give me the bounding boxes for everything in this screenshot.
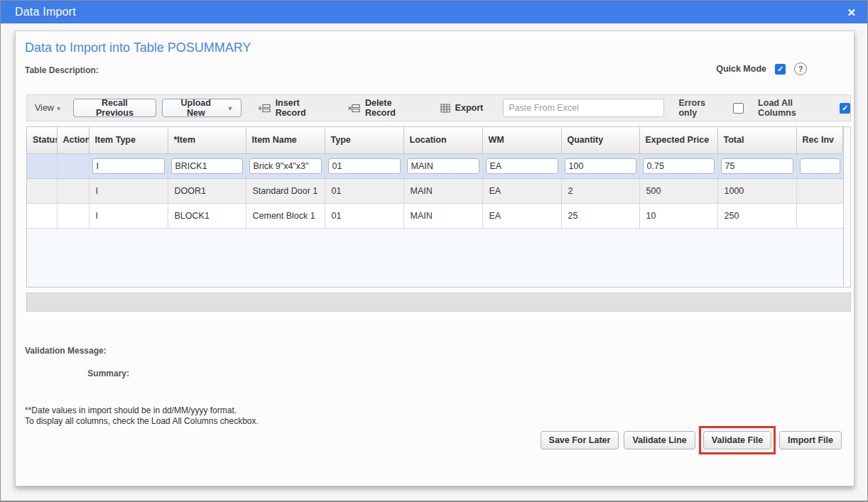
col-header-status[interactable]: Status: [27, 127, 57, 153]
insert-record-icon: [259, 104, 271, 113]
expected-price-field[interactable]: [643, 158, 715, 174]
footnote-date-format: **Date values in import should be in dd/…: [25, 405, 259, 416]
table-row-selected[interactable]: [27, 153, 843, 178]
load-all-columns-group: Load All Columns ✓: [758, 98, 850, 118]
delete-record-label: Delete Record: [365, 98, 423, 118]
dialog-title: Data Import: [15, 6, 76, 18]
load-all-columns-label: Load All Columns: [758, 98, 831, 118]
quick-mode-checkbox[interactable]: ✓: [775, 64, 786, 75]
col-header-item[interactable]: *Item: [168, 127, 246, 153]
table-description-label: Table Description:: [25, 65, 99, 75]
close-icon[interactable]: ✕: [847, 7, 856, 18]
footnotes: **Date values in import should be in dd/…: [25, 405, 259, 427]
cell-action: [57, 178, 89, 203]
quick-mode-label: Quick Mode: [716, 64, 766, 74]
col-header-rec-inv[interactable]: Rec Inv: [796, 127, 843, 153]
col-header-type[interactable]: Type: [325, 127, 403, 153]
errors-only-checkbox[interactable]: [733, 103, 744, 114]
rec-inv-field[interactable]: [800, 158, 840, 174]
delete-record-icon: [348, 104, 360, 113]
import-file-button[interactable]: Import File: [779, 431, 842, 449]
col-header-action[interactable]: Action: [57, 127, 89, 153]
cell-item-name: Standard Door 1: [246, 178, 325, 203]
data-grid: Status Action Item Type *Item Item Name …: [26, 126, 851, 288]
cell-total: 250: [717, 203, 796, 228]
cell-quantity: 2: [561, 178, 639, 203]
chevron-down-icon[interactable]: ▾: [57, 104, 60, 112]
cell-item: BLOCK1: [168, 203, 246, 228]
cell-status: [27, 153, 57, 178]
table-row[interactable]: I DOOR1 Standard Door 1 01 MAIN EA 2 500…: [27, 178, 843, 203]
table-row[interactable]: I BLOCK1 Cement Block 1 01 MAIN EA 25 10…: [27, 203, 843, 228]
export-label: Export: [455, 103, 484, 113]
recall-previous-button[interactable]: Recall Previous: [73, 99, 156, 117]
cell-action: [57, 153, 89, 178]
page-title: Data to Import into Table POSUMMARY: [25, 40, 251, 55]
cell-expected-price: 500: [639, 178, 717, 203]
errors-only-group: Errors only: [678, 98, 744, 118]
col-header-total[interactable]: Total: [717, 127, 796, 153]
save-for-later-button[interactable]: Save For Later: [541, 431, 619, 449]
cell-total: 1000: [717, 178, 796, 203]
cell-location: MAIN: [403, 178, 482, 203]
insert-record-label: Insert Record: [276, 98, 331, 118]
validation-message-label: Validation Message:: [25, 346, 129, 356]
cell-rec-inv: [796, 178, 843, 203]
col-header-wm[interactable]: WM: [482, 127, 561, 153]
item-field[interactable]: [171, 158, 243, 174]
check-icon: ✓: [842, 104, 848, 113]
cell-quantity: 25: [561, 203, 639, 228]
export-button[interactable]: Export: [440, 103, 484, 113]
dialog-titlebar: Data Import ✕: [1, 1, 867, 23]
grid-toolbar: View ▾ Recall Previous Upload New▾ Inser…: [26, 94, 851, 121]
export-icon: [440, 104, 450, 113]
col-header-item-type[interactable]: Item Type: [89, 127, 168, 153]
col-header-expected-price[interactable]: Expected Price: [639, 127, 717, 153]
data-import-dialog: Data Import ✕ Data to Import into Table …: [0, 0, 868, 502]
cell-type: 01: [325, 203, 403, 228]
upload-new-button[interactable]: Upload New▾: [162, 99, 242, 117]
validation-summary-label: Summary:: [25, 369, 129, 378]
wm-field[interactable]: [486, 158, 558, 174]
help-icon[interactable]: ?: [794, 62, 807, 75]
col-header-location[interactable]: Location: [403, 127, 482, 153]
type-field[interactable]: [328, 158, 401, 174]
location-field[interactable]: [407, 158, 479, 174]
validate-file-button[interactable]: Validate File: [703, 431, 771, 449]
cell-action: [57, 203, 89, 228]
errors-only-label: Errors only: [678, 98, 725, 118]
cell-item: DOOR1: [168, 178, 246, 203]
cell-location: MAIN: [403, 203, 482, 228]
cell-expected-price: 10: [639, 203, 717, 228]
recall-previous-label: Recall Previous: [82, 98, 147, 118]
load-all-columns-checkbox[interactable]: ✓: [840, 103, 850, 114]
quantity-field[interactable]: [565, 158, 636, 174]
vertical-scrollbar[interactable]: [843, 127, 850, 287]
grid-footer-bar: [26, 293, 851, 312]
import-panel: Data to Import into Table POSUMMARY Tabl…: [15, 31, 855, 486]
chevron-down-icon: ▾: [229, 104, 232, 112]
delete-record-button[interactable]: Delete Record: [348, 98, 423, 118]
col-header-item-name[interactable]: Item Name: [246, 127, 325, 153]
total-field[interactable]: [721, 158, 793, 174]
cell-item-type: I: [89, 178, 168, 203]
insert-record-button[interactable]: Insert Record: [259, 98, 331, 118]
highlight-box: Validate File: [699, 426, 776, 454]
item-name-field[interactable]: [249, 158, 322, 174]
validate-line-button[interactable]: Validate Line: [624, 431, 695, 449]
upload-new-label: Upload New: [171, 98, 221, 118]
cell-wm: EA: [482, 203, 561, 228]
paste-from-excel-input[interactable]: [503, 99, 664, 117]
cell-wm: EA: [482, 178, 561, 203]
check-icon: ✓: [777, 65, 783, 74]
cell-rec-inv: [796, 203, 843, 228]
item-type-field[interactable]: [92, 158, 165, 174]
cell-status: [27, 203, 57, 228]
cell-item-type: I: [89, 203, 168, 228]
grid-header-row: Status Action Item Type *Item Item Name …: [27, 127, 843, 153]
col-header-quantity[interactable]: Quantity: [561, 127, 639, 153]
cell-item-name: Cement Block 1: [246, 203, 325, 228]
view-menu[interactable]: View: [35, 103, 54, 113]
cell-status: [27, 178, 57, 203]
footnote-load-columns: To display all columns, check the Load A…: [25, 416, 259, 427]
